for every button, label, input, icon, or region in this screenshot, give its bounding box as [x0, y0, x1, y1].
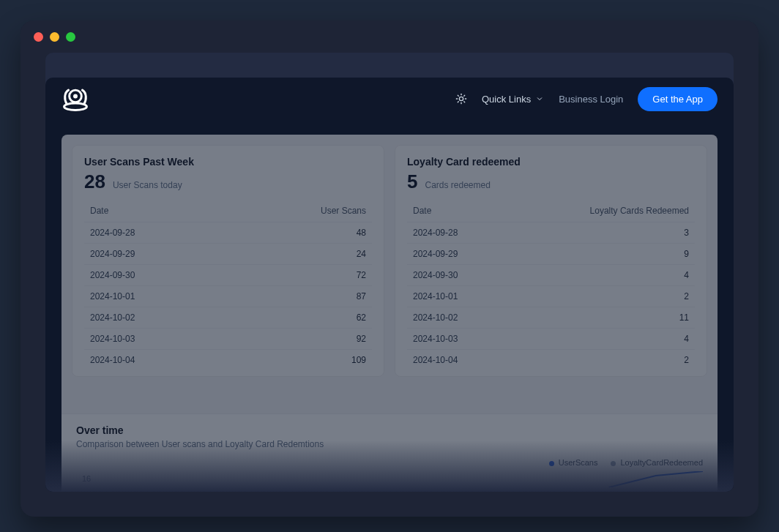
col-date: Date: [413, 206, 431, 216]
cell-value: 9: [684, 249, 689, 259]
cell-date: 2024-10-02: [90, 312, 135, 323]
window-fullscreen-dot[interactable]: [66, 32, 75, 42]
scans-rows: 2024-09-28482024-09-29242024-09-30722024…: [84, 222, 372, 370]
table-row: 2024-09-304: [407, 264, 695, 285]
cell-date: 2024-10-04: [90, 355, 135, 365]
cell-date: 2024-10-04: [413, 355, 458, 365]
cell-value: 4: [684, 270, 689, 280]
table-row: 2024-10-0262: [84, 307, 372, 328]
business-login-link[interactable]: Business Login: [559, 94, 623, 105]
app-logo[interactable]: [61, 86, 89, 111]
cell-date: 2024-10-01: [413, 291, 458, 301]
get-the-app-button[interactable]: Get the App: [638, 87, 718, 111]
cell-value: 62: [357, 312, 366, 323]
cell-value: 72: [357, 270, 366, 280]
cell-date: 2024-10-01: [90, 291, 135, 301]
table-row: 2024-10-012: [407, 285, 695, 307]
scans-metric: 28: [84, 171, 105, 193]
cell-date: 2024-09-29: [413, 249, 458, 259]
window-minimize-dot[interactable]: [50, 32, 59, 42]
table-row: 2024-10-0187: [84, 285, 372, 307]
logo-icon: [61, 86, 89, 111]
loyalty-metric: 5: [407, 171, 417, 193]
table-row: 2024-09-2924: [84, 243, 372, 264]
table-row: 2024-10-042: [407, 349, 695, 370]
app-header: Quick Links Business Login Get the App: [45, 78, 734, 120]
card-title: Loyalty Card redeemed: [407, 156, 695, 168]
cell-date: 2024-09-30: [413, 270, 458, 280]
cell-value: 92: [357, 334, 366, 344]
window-titlebar: [20, 20, 758, 53]
window-close-dot[interactable]: [34, 32, 43, 42]
stage: Quick Links Business Login Get the App U…: [45, 53, 734, 492]
over-time-sub: Comparison between User scans and Loyalt…: [76, 439, 703, 449]
table-row: 2024-09-2848: [84, 222, 372, 243]
cell-value: 24: [357, 249, 366, 259]
col-date: Date: [90, 206, 108, 216]
over-time-title: Over time: [76, 424, 703, 436]
quick-links-dropdown[interactable]: Quick Links: [482, 94, 544, 105]
col-value: User Scans: [321, 206, 366, 216]
table-row: 2024-09-3072: [84, 264, 372, 285]
svg-line-6: [458, 95, 458, 96]
dashboard: User Scans Past Week 28 User Scans today…: [61, 135, 718, 492]
cell-value: 11: [679, 312, 689, 323]
chevron-down-icon: [535, 94, 544, 103]
chart-line-fragment: [76, 471, 703, 487]
cell-date: 2024-09-29: [90, 249, 135, 259]
cell-date: 2024-10-03: [90, 334, 135, 344]
table-row: 2024-10-0392: [84, 328, 372, 349]
svg-point-2: [73, 94, 78, 98]
table-row: 2024-10-04109: [84, 349, 372, 370]
col-value: Loyalty Cards Redeemed: [590, 206, 689, 216]
cell-value: 4: [684, 334, 689, 344]
cell-value: 109: [351, 355, 366, 365]
cell-value: 2: [684, 291, 689, 301]
app-content: User Scans Past Week 28 User Scans today…: [45, 120, 734, 492]
table-row: 2024-10-034: [407, 328, 695, 349]
cell-date: 2024-10-03: [413, 334, 458, 344]
cell-value: 2: [684, 355, 689, 365]
scans-metric-sub: User Scans today: [113, 180, 182, 190]
cell-date: 2024-09-28: [90, 228, 135, 238]
theme-toggle-icon[interactable]: [455, 93, 467, 105]
quick-links-label: Quick Links: [482, 94, 531, 105]
app-window: Quick Links Business Login Get the App U…: [45, 78, 734, 492]
loyalty-metric-sub: Cards redeemed: [425, 180, 490, 190]
loyalty-card: Loyalty Card redeemed 5 Cards redeemed D…: [395, 145, 707, 377]
table-row: 2024-09-283: [407, 222, 695, 243]
cell-value: 3: [684, 228, 689, 238]
cell-date: 2024-09-28: [413, 228, 458, 238]
svg-line-7: [464, 102, 465, 102]
user-scans-card: User Scans Past Week 28 User Scans today…: [72, 145, 384, 377]
table-row: 2024-09-299: [407, 243, 695, 264]
browser-frame: Quick Links Business Login Get the App U…: [20, 20, 758, 517]
card-title: User Scans Past Week: [84, 156, 372, 168]
table-row: 2024-10-0211: [407, 307, 695, 328]
svg-line-10: [458, 102, 458, 102]
cell-value: 87: [357, 291, 366, 301]
chart-legend: UserScans LoyaltyCardRedeemed: [76, 458, 703, 467]
cell-value: 48: [357, 228, 366, 238]
over-time-panel: Over time Comparison between User scans …: [61, 413, 718, 492]
cell-date: 2024-10-02: [413, 312, 458, 323]
loyalty-rows: 2024-09-2832024-09-2992024-09-3042024-10…: [407, 222, 695, 370]
legend-loyalty: LoyaltyCardRedeemed: [611, 458, 703, 467]
svg-line-11: [464, 95, 465, 96]
svg-point-3: [459, 97, 463, 100]
cell-date: 2024-09-30: [90, 270, 135, 280]
legend-userscans: UserScans: [549, 458, 598, 467]
